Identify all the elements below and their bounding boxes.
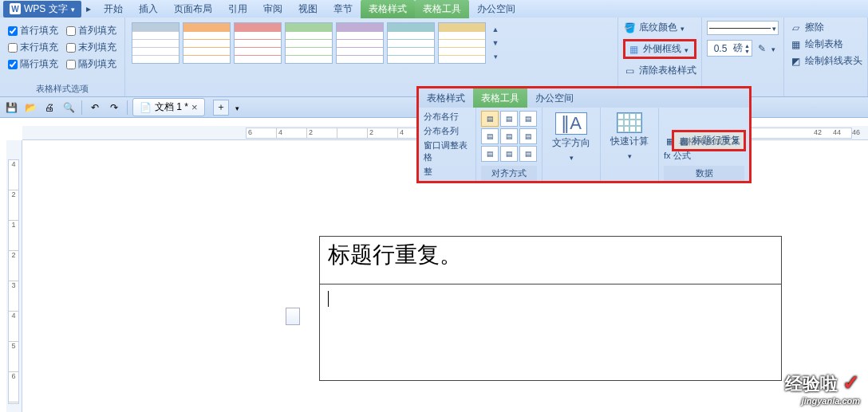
check-icon: ✓ — [842, 371, 860, 394]
group-label: 对齐方式 — [481, 166, 537, 181]
tab-table-tools-2[interactable]: 表格工具 — [473, 88, 527, 108]
table-style-3[interactable] — [234, 22, 282, 64]
tab-insert[interactable]: 插入 — [131, 0, 166, 18]
dist-rows-button[interactable]: 分布各行 — [424, 111, 471, 123]
ribbon: 首行填充 首列填充 末行填充 末列填充 隔行填充 隔列填充 表格样式选项 ▲▼▾… — [0, 18, 868, 97]
group-quick-calc: 快速计算 — [601, 108, 659, 181]
bucket-icon: 🪣 — [623, 22, 636, 34]
alignment-grid: ▤▤▤ ▤▤▤ ▤▤▤ — [481, 111, 537, 162]
quick-calc-button[interactable]: 快速计算 — [606, 111, 653, 163]
group-line: 0.5 磅 ▲▼ — [702, 18, 784, 96]
repeat-icon — [677, 135, 690, 147]
diag-header-button[interactable]: 绘制斜线表头 — [789, 54, 862, 68]
table-style-4[interactable] — [285, 22, 333, 64]
erase-button[interactable]: 擦除 — [789, 21, 862, 34]
clear-style-button[interactable]: ▭ 清除表格样式 — [623, 64, 696, 77]
undo-button[interactable] — [87, 100, 103, 116]
save-button[interactable] — [3, 100, 19, 116]
tab-chapter[interactable]: 章节 — [326, 0, 361, 18]
app-logo[interactable]: W WPS 文字 — [3, 1, 81, 18]
table-style-6[interactable] — [387, 22, 435, 64]
table-style-7[interactable] — [438, 22, 486, 64]
print-button[interactable] — [41, 100, 57, 116]
formula-button[interactable]: fx 公式 — [664, 150, 744, 162]
tab-table-tools[interactable]: 表格工具 — [415, 0, 469, 18]
align-bl[interactable]: ▤ — [481, 146, 499, 162]
document-tab[interactable]: 文档 1 * — [132, 98, 205, 116]
group-style-options: 首行填充 首列填充 末行填充 末列填充 隔行填充 隔列填充 表格样式选项 — [0, 18, 125, 96]
dist-cols-button[interactable]: 分布各列 — [424, 125, 471, 137]
app-name: WPS 文字 — [24, 2, 68, 16]
line-style-select[interactable] — [707, 21, 779, 35]
gallery-scroll[interactable]: ▲▼▾ — [489, 22, 502, 64]
align-mr[interactable]: ▤ — [519, 128, 537, 144]
table-style-2[interactable] — [183, 22, 231, 64]
new-tab-button[interactable]: ＋ — [213, 100, 229, 116]
check-banded-row[interactable]: 隔行填充 — [8, 57, 58, 71]
tab-office-2[interactable]: 办公空间 — [527, 88, 582, 108]
table-header-cell[interactable]: 标题行重复。 — [320, 237, 781, 284]
table-icon — [789, 38, 802, 51]
group-label: 数据 — [664, 166, 744, 181]
table-style-5[interactable] — [336, 22, 384, 64]
group-label: 表格样式选项 — [5, 81, 120, 95]
repeat-header-button[interactable]: 标题行重复 — [672, 130, 746, 151]
group-draw: 擦除 绘制表格 绘制斜线表头 — [784, 18, 868, 96]
align-tl[interactable]: ▤ — [481, 111, 499, 127]
line-weight-spinner[interactable]: 0.5 磅 ▲▼ — [707, 40, 752, 57]
table-body-cell[interactable] — [320, 284, 781, 380]
redo-button[interactable] — [106, 100, 122, 116]
draw-table-button[interactable]: 绘制表格 — [789, 37, 862, 51]
align-tr[interactable]: ▤ — [519, 111, 537, 127]
autofit-button[interactable]: 窗口调整表格 — [424, 139, 471, 163]
tab-table-style[interactable]: 表格样式 — [361, 0, 415, 18]
check-last-col[interactable]: 末列填充 — [66, 41, 116, 54]
shading-color-button[interactable]: 🪣 底纹颜色 — [623, 21, 696, 34]
border-icon — [627, 43, 640, 56]
tab-table-style-2[interactable]: 表格样式 — [419, 88, 473, 108]
tab-layout[interactable]: 页面布局 — [166, 0, 220, 18]
preview-button[interactable] — [61, 100, 77, 116]
page: 标题行重复。 — [246, 156, 804, 412]
chevron-down-icon[interactable] — [235, 102, 239, 113]
align-mc[interactable]: ▤ — [500, 128, 518, 144]
table-tools-panel: 表格样式 表格工具 办公空间 分布各行 分布各列 窗口调整表格 整 ▤▤▤ ▤▤… — [416, 86, 752, 183]
align-tc[interactable]: ▤ — [500, 111, 518, 127]
resize-button[interactable]: 整 — [424, 166, 471, 178]
pen-color-button[interactable] — [756, 42, 768, 55]
chevron-down-icon — [685, 44, 688, 55]
chevron-down-icon — [570, 151, 574, 163]
tab-ref[interactable]: 引用 — [220, 0, 255, 18]
tab-office[interactable]: 办公空间 — [469, 0, 523, 18]
tab-review[interactable]: 审阅 — [255, 0, 290, 18]
styles-gallery: ▲▼▾ — [130, 21, 613, 65]
document-table[interactable]: 标题行重复。 — [319, 236, 782, 381]
outer-border-button[interactable]: 外侧框线 — [623, 39, 696, 59]
align-bc[interactable]: ▤ — [500, 146, 518, 162]
eraser-icon — [789, 22, 802, 34]
open-button[interactable] — [22, 100, 38, 116]
doc-icon — [140, 102, 152, 113]
group-shading: 🪣 底纹颜色 外侧框线 ▭ 清除表格样式 — [618, 18, 702, 96]
group-data: 标题行重复 表格转换成文本 fx 公式 数据 — [659, 108, 749, 181]
group-text-dir: ‖A 文字方向 — [542, 108, 601, 181]
menu-bar: W WPS 文字 ▸ 开始 插入 页面布局 引用 审阅 视图 章节 表格样式 表… — [0, 0, 868, 18]
chevron-down-icon — [771, 43, 775, 54]
check-first-col[interactable]: 首列填充 — [66, 24, 116, 37]
tab-view[interactable]: 视图 — [290, 0, 326, 18]
align-ml[interactable]: ▤ — [481, 128, 499, 144]
text-direction-button[interactable]: ‖A 文字方向 — [547, 111, 595, 164]
check-last-row[interactable]: 末行填充 — [8, 41, 58, 54]
align-br[interactable]: ▤ — [519, 146, 537, 162]
watermark: 经验啦 ✓ jingyanla.com — [785, 371, 860, 406]
check-banded-col[interactable]: 隔列填充 — [66, 57, 116, 71]
tab-home[interactable]: 开始 — [96, 0, 131, 18]
close-icon[interactable] — [191, 101, 198, 113]
check-first-row[interactable]: 首行填充 — [8, 24, 58, 37]
text-cursor — [328, 291, 329, 307]
chevron-down-icon — [71, 3, 75, 14]
ruler-vertical[interactable]: 42123456 — [6, 140, 22, 412]
text-dir-icon: ‖A — [555, 112, 587, 135]
clear-icon: ▭ — [623, 65, 636, 77]
table-style-1[interactable] — [132, 22, 180, 64]
